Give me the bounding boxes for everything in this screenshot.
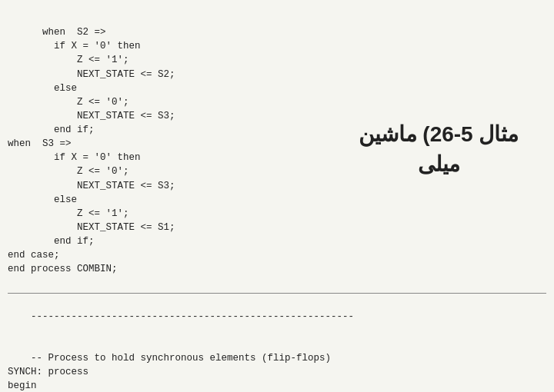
code-bottom: -- Process to hold synchronous elements …: [8, 353, 331, 392]
code-after-divider: ----------------------------------------…: [0, 296, 554, 337]
title-section: مثال 5-26) ماشین میلی: [331, 8, 546, 291]
code-top: when S2 => if X = '0' then Z <= '1'; NEX…: [8, 27, 175, 274]
divider-text-1: ----------------------------------------…: [31, 311, 354, 322]
code-bottom-section: -- Process to hold synchronous elements …: [0, 337, 554, 392]
slide-title: مثال 5-26) ماشین میلی: [342, 119, 535, 179]
slide-container: when S2 => if X = '0' then Z <= '1'; NEX…: [0, 0, 554, 392]
main-content: when S2 => if X = '0' then Z <= '1'; NEX…: [0, 0, 554, 291]
divider-line-1: [8, 293, 546, 294]
code-section: when S2 => if X = '0' then Z <= '1'; NEX…: [8, 8, 331, 291]
